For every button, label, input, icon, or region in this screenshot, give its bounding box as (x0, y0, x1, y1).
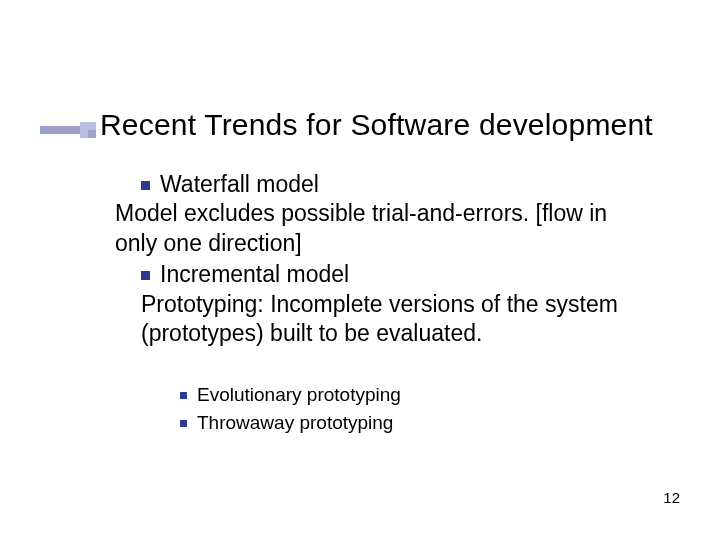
sub-bullet-list: Evolutionary prototyping Throwaway proto… (180, 382, 401, 438)
page-number: 12 (663, 489, 680, 506)
slide-title: Recent Trends for Software development (100, 108, 653, 142)
bullet-item: Incremental model (141, 260, 655, 289)
title-accent-graphic (40, 126, 96, 140)
bullet-heading: Waterfall model (160, 171, 319, 197)
bullet-continuation: Prototyping: Incomplete versions of the … (141, 290, 655, 349)
square-bullet-icon (141, 271, 150, 280)
sub-bullet-item: Evolutionary prototyping (180, 382, 401, 408)
sub-bullet-text: Evolutionary prototyping (197, 384, 401, 405)
sub-bullet-text: Throwaway prototyping (197, 412, 393, 433)
square-bullet-icon (141, 181, 150, 190)
bullet-heading: Incremental model (160, 261, 349, 287)
slide-title-block: Recent Trends for Software development (100, 108, 653, 142)
bullet-item: Waterfall model (141, 170, 655, 199)
bullet-continuation: Model excludes possible trial-and-errors… (115, 199, 655, 258)
square-bullet-icon (180, 420, 187, 427)
square-bullet-icon (180, 392, 187, 399)
bullet-text: Model excludes possible trial-and-errors… (115, 200, 607, 255)
bullet-text: Prototyping: Incomplete versions of the … (141, 291, 618, 346)
sub-bullet-item: Throwaway prototyping (180, 410, 401, 436)
slide-body: Waterfall model Model excludes possible … (115, 170, 655, 349)
